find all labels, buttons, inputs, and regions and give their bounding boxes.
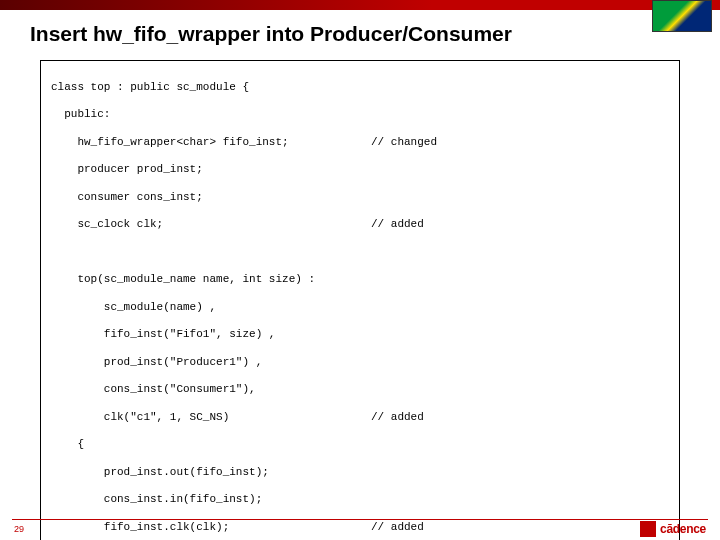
code-line: cons_inst("Consumer1"), bbox=[51, 383, 371, 397]
code-line: public: bbox=[51, 108, 371, 122]
code-block: class top : public sc_module { public: h… bbox=[40, 60, 680, 540]
header-bar bbox=[0, 0, 720, 10]
slide-title: Insert hw_fifo_wrapper into Producer/Con… bbox=[0, 10, 720, 56]
code-comment: // added bbox=[371, 218, 424, 232]
code-line: sc_clock clk; bbox=[51, 218, 371, 232]
code-line: prod_inst.out(fifo_inst); bbox=[51, 466, 371, 480]
code-line: clk("c1", 1, SC_NS) bbox=[51, 411, 371, 425]
code-line: cons_inst.in(fifo_inst); bbox=[51, 493, 371, 507]
code-comment: // added bbox=[371, 411, 424, 425]
code-line: prod_inst("Producer1") , bbox=[51, 356, 371, 370]
code-line: sc_module(name) , bbox=[51, 301, 371, 315]
code-line: { bbox=[51, 438, 371, 452]
code-line: fifo_inst("Fifo1", size) , bbox=[51, 328, 371, 342]
brand-logo: cādence bbox=[640, 521, 706, 537]
flag-icon bbox=[652, 0, 712, 32]
code-line: producer prod_inst; bbox=[51, 163, 371, 177]
code-line: consumer cons_inst; bbox=[51, 191, 371, 205]
page-number: 29 bbox=[14, 524, 24, 534]
footer: 29 cādence bbox=[0, 520, 720, 540]
logo-text: cādence bbox=[660, 522, 706, 536]
code-line: top(sc_module_name name, int size) : bbox=[51, 273, 371, 287]
code-comment: // changed bbox=[371, 136, 437, 150]
code-line bbox=[51, 246, 371, 260]
code-line: class top : public sc_module { bbox=[51, 81, 371, 95]
logo-icon bbox=[640, 521, 656, 537]
code-line: hw_fifo_wrapper<char> fifo_inst; bbox=[51, 136, 371, 150]
